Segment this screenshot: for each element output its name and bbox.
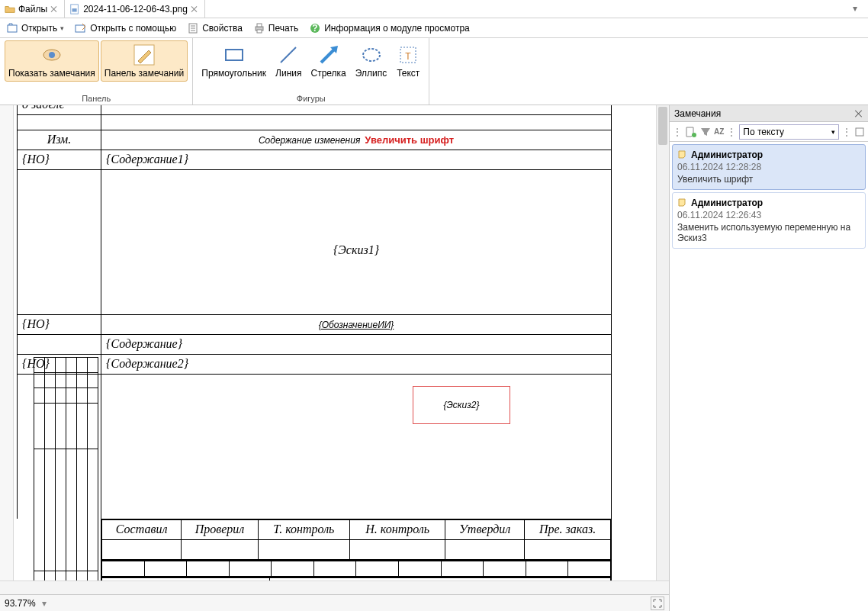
ellipse-icon: [359, 43, 384, 67]
tab-files[interactable]: Файлы: [0, 0, 65, 18]
svg-point-14: [49, 52, 55, 58]
show-notes-button[interactable]: Показать замечания: [5, 40, 99, 82]
line-icon: [276, 43, 301, 67]
cell-sketch1: {Эскиз1}: [101, 169, 612, 314]
cell: {Содержание}: [101, 334, 612, 354]
notes-panel: Замечания ⋮ AZ ⋮ По тексту ▾ ⋮ Администр…: [670, 105, 868, 611]
new-note-icon[interactable]: [685, 126, 697, 138]
open-button[interactable]: Открыть ▾: [3, 21, 67, 36]
note-icon: [677, 150, 688, 160]
svg-point-19: [363, 49, 380, 61]
ribbon-group-shapes: Прямоугольник Линия Стрелка Эллипс T Тек…: [193, 38, 429, 105]
note-message: Заменить используемую переменную на Эски…: [677, 222, 860, 243]
vertical-ruler: [0, 105, 14, 580]
svg-rect-9: [257, 24, 262, 27]
info-button[interactable]: ? Информация о модуле просмотра: [306, 21, 473, 36]
svg-rect-1: [72, 8, 77, 11]
toolbar: Открыть ▾ Открыть с помощью Свойства Печ…: [0, 18, 868, 38]
tab-files-label: Файлы: [18, 4, 47, 14]
chevron-down-icon[interactable]: ▾: [853, 3, 863, 14]
sort-select[interactable]: По тексту ▾: [739, 124, 839, 140]
annotation-text: Увеличить шрифт: [365, 134, 454, 146]
image-file-icon: [69, 4, 80, 14]
svg-line-18: [321, 49, 335, 63]
properties-icon: [187, 22, 199, 34]
ribbon-group-caption: Панель: [82, 92, 111, 103]
svg-rect-10: [257, 30, 262, 33]
svg-text:T: T: [406, 51, 412, 62]
annotation-rectangle[interactable]: {Эскиз2}: [413, 386, 510, 424]
status-bar: 93.77% ▾: [0, 594, 669, 611]
note-item[interactable]: Администратор 06.11.2024 12:26:43 Замени…: [672, 192, 866, 249]
svg-text:?: ?: [313, 23, 318, 34]
cell-designation: {ОбозначениеИИ}: [101, 314, 612, 334]
notes-toolbar: ⋮ AZ ⋮ По тексту ▾ ⋮: [670, 122, 868, 142]
text-button[interactable]: T Текст: [392, 40, 424, 82]
close-icon[interactable]: [191, 5, 198, 13]
panel-title: Замечания: [674, 108, 721, 119]
filter-icon[interactable]: [700, 127, 711, 137]
close-icon[interactable]: [854, 109, 863, 118]
properties-button[interactable]: Свойства: [184, 21, 246, 36]
note-icon: [677, 198, 688, 208]
options-icon[interactable]: [854, 127, 865, 137]
vertical-scrollbar[interactable]: [656, 105, 669, 580]
close-icon[interactable]: [50, 5, 58, 13]
arrow-icon: [317, 43, 341, 67]
info-icon: ?: [309, 22, 321, 34]
horizontal-scrollbar[interactable]: [0, 580, 669, 594]
ribbon: Показать замечания Панель замечаний Пане…: [0, 38, 868, 105]
svg-rect-16: [226, 50, 243, 60]
eye-icon: [40, 43, 64, 67]
svg-rect-2: [8, 25, 17, 32]
cell: {Содержание1}: [101, 150, 612, 169]
ellipse-button[interactable]: Эллипс: [352, 40, 391, 82]
open-with-button[interactable]: Открыть с помощью: [72, 21, 179, 36]
cell-sketch2: {Эскиз2}: [101, 374, 612, 519]
arrow-button[interactable]: Стрелка: [307, 40, 349, 82]
svg-point-22: [692, 133, 696, 137]
note-timestamp: 06.11.2024 12:26:43: [677, 210, 860, 220]
side-table: [34, 357, 107, 580]
image-viewer: о заделе Изм. Содержание изменения Увели…: [0, 105, 670, 611]
open-icon: [6, 22, 18, 34]
rectangle-button[interactable]: Прямоугольник: [198, 40, 270, 82]
line-button[interactable]: Линия: [272, 40, 305, 82]
pencil-icon: [132, 43, 156, 67]
tab-image-label: 2024-11-06-12-06-43.png: [83, 4, 188, 14]
open-with-icon: [75, 22, 87, 34]
cell: {НО}: [18, 150, 101, 169]
print-icon: [253, 22, 265, 34]
notes-panel-button[interactable]: Панель замечаний: [101, 40, 188, 82]
panel-title-bar: Замечания: [670, 105, 868, 122]
cell: о заделе: [18, 105, 101, 114]
tab-image[interactable]: 2024-11-06-12-06-43.png: [65, 0, 205, 18]
zoom-value: 93.77%: [5, 598, 36, 609]
sort-az-icon[interactable]: AZ: [714, 127, 724, 136]
note-timestamp: 06.11.2024 12:28:28: [677, 162, 860, 172]
rectangle-icon: [222, 43, 246, 67]
folder-icon: [5, 4, 15, 14]
ribbon-group-caption: Фигуры: [297, 92, 326, 103]
note-item[interactable]: Администратор 06.11.2024 12:28:28 Увелич…: [672, 144, 866, 190]
text-icon: T: [396, 43, 420, 67]
svg-rect-23: [856, 128, 863, 136]
note-message: Увеличить шрифт: [677, 174, 860, 185]
cell: {НО}: [18, 314, 101, 334]
cell: {Содержание2}: [101, 354, 612, 374]
col-izm: Изм.: [18, 130, 101, 150]
col-content: Содержание изменения Увеличить шрифт: [101, 130, 612, 150]
document-canvas[interactable]: о заделе Изм. Содержание изменения Увели…: [17, 105, 656, 580]
ribbon-group-panel: Показать замечания Панель замечаний Пане…: [0, 38, 193, 105]
fit-screen-button[interactable]: [651, 597, 664, 610]
svg-line-17: [281, 47, 296, 63]
print-button[interactable]: Печать: [250, 21, 301, 36]
tab-bar: Файлы 2024-11-06-12-06-43.png ▾: [0, 0, 868, 18]
